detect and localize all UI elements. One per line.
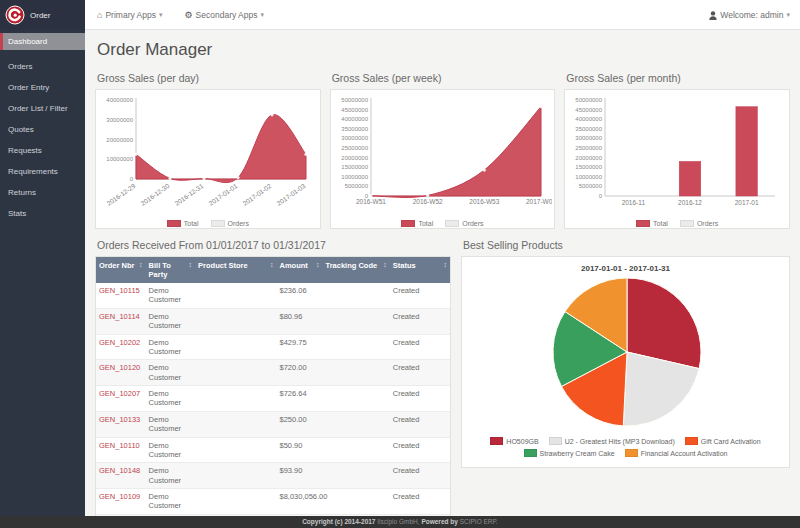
order-number-link[interactable]: GEN_10148 [99,466,140,475]
order-number-link[interactable]: GEN_10110 [99,441,140,450]
cell-product-store [195,386,276,412]
sort-icon[interactable]: ↕ [383,261,387,268]
svg-text:15000000: 15000000 [576,164,603,170]
table-row: GEN_10207Demo Customer$726.64Created [96,386,450,412]
cell-product-store [195,334,276,360]
svg-text:2017-01: 2017-01 [735,199,759,206]
sidebar-item-order-list-filter[interactable]: Order List / Filter [0,100,85,117]
sidebar-item-requests[interactable]: Requests [0,142,85,159]
table-row: GEN_10120Demo Customer$720.00Created [96,360,450,386]
app-logo-block[interactable]: Order [0,0,85,30]
legend-item-total: Total [401,220,433,227]
svg-text:2017-W01: 2017-W01 [526,198,553,205]
column-header-status[interactable]: ↕Status [390,257,450,283]
footer-company: Ilscipio GmbH, [377,518,419,525]
sidebar-item-stats[interactable]: Stats [0,205,85,222]
sort-icon[interactable]: ↕ [316,261,320,268]
cell-amount: $50.90 [277,437,323,463]
legend-swatch [167,220,181,227]
svg-text:5000000: 5000000 [344,183,368,189]
cell-status: Created [390,360,450,386]
sidebar-item-quotes[interactable]: Quotes [0,121,85,138]
order-number-link[interactable]: GEN_10120 [99,363,140,372]
svg-text:35000000: 35000000 [341,126,368,132]
order-number-link[interactable]: GEN_10109 [99,492,140,501]
sidebar-item-dashboard[interactable]: Dashboard [0,33,85,50]
cell-tracking-code [323,411,390,437]
cell-tracking-code [323,308,390,334]
pie-legend-item-1: U2 - Greatest Hits (MP3 Download) [549,437,675,445]
legend-item-total: Total [167,220,199,227]
column-header-tracking-code[interactable]: ↕Tracking Code [323,257,390,283]
orders-received-section: Orders Received From 01/01/2017 to 01/31… [95,239,451,516]
sort-icon[interactable]: ↕ [444,261,448,268]
cell-amount: $720.00 [277,360,323,386]
nav-primary-apps[interactable]: ⌂ Primary Apps ▾ [97,10,163,20]
cell-amount: $726.64 [277,386,323,412]
chevron-down-icon: ▾ [260,11,264,19]
svg-text:2016-12: 2016-12 [678,199,702,206]
pie-legend-item-3: Strawberry Cream Cake [524,449,615,457]
sort-icon[interactable]: ↕ [189,261,193,268]
legend-swatch [524,449,537,457]
cell-bill-to: Demo Customer [146,411,196,437]
chart-block-per-month: Gross Sales (per month) 0500000010000000… [564,72,790,229]
svg-text:10000000: 10000000 [576,174,603,180]
cell-tracking-code [323,283,390,308]
top-navbar: Order ⌂ Primary Apps ▾ ⚙ Secondary Apps … [0,0,800,30]
chart-card-per-week: 0500000010000000150000002000000025000000… [330,89,556,229]
svg-text:35000000: 35000000 [576,126,603,132]
cell-product-store [195,437,276,463]
chart-title-per-week: Gross Sales (per week) [332,72,556,84]
svg-text:30000000: 30000000 [106,117,133,123]
footer: Copyright (c) 2014-2017 Ilscipio GmbH, P… [0,516,800,528]
user-icon [709,11,717,20]
order-number-link[interactable]: GEN_10115 [99,286,140,295]
svg-text:30000000: 30000000 [341,135,368,141]
chart-card-per-day: 0100000002000000030000000400000002016-12… [95,89,321,229]
svg-text:2016-12-30: 2016-12-30 [139,182,171,207]
sort-icon[interactable]: ↕ [139,261,143,268]
cell-bill-to: Demo Customer [146,308,196,334]
svg-text:45000000: 45000000 [341,107,368,113]
svg-text:20000000: 20000000 [576,155,603,161]
chevron-down-icon: ▾ [786,11,790,19]
svg-text:10000000: 10000000 [341,174,368,180]
cell-amount: $250.00 [277,411,323,437]
order-number-link[interactable]: GEN_10114 [99,312,140,321]
svg-text:2016-12-31: 2016-12-31 [173,182,205,207]
user-menu[interactable]: Welcome: admin ▾ [709,0,790,30]
sidebar-item-returns[interactable]: Returns [0,184,85,201]
gross-sales-charts-row: Gross Sales (per day) 010000000200000003… [95,72,790,229]
legend-item-orders: Orders [680,220,718,227]
cell-tracking-code [323,386,390,412]
cell-product-store [195,360,276,386]
column-header-bill-to-party[interactable]: ↕Bill To Party [146,257,196,283]
table-row: GEN_10133Demo Customer$250.00Created [96,411,450,437]
svg-text:15000000: 15000000 [341,164,368,170]
legend-swatch [685,437,698,445]
legend-swatch [490,437,503,445]
order-number-link[interactable]: GEN_10133 [99,415,140,424]
table-row: GEN_10109Demo Customer$8,030,056.00Creat… [96,489,450,515]
svg-text:45000000: 45000000 [576,107,603,113]
sidebar-item-order-entry[interactable]: Order Entry [0,79,85,96]
footer-copyright: Copyright (c) 2014-2017 [302,518,375,525]
sidebar-item-orders[interactable]: Orders [0,58,85,75]
column-header-order-nbr[interactable]: ↕Order Nbr [96,257,146,283]
column-header-amount[interactable]: ↕Amount [277,257,323,283]
column-header-product-store[interactable]: ↕Product Store [195,257,276,283]
chart-title-per-month: Gross Sales (per month) [566,72,790,84]
order-number-link[interactable]: GEN_10207 [99,389,140,398]
sort-icon[interactable]: ↕ [270,261,274,268]
nav-secondary-apps[interactable]: ⚙ Secondary Apps ▾ [185,10,265,20]
order-number-link[interactable]: GEN_10202 [99,338,140,347]
orders-received-title: Orders Received From 01/01/2017 to 01/31… [97,239,451,251]
cell-product-store [195,308,276,334]
orders-table-card: ↕Order Nbr↕Bill To Party↕Product Store↕A… [95,256,451,516]
svg-text:2017-01-02: 2017-01-02 [241,182,273,207]
sidebar-item-requirements[interactable]: Requirements [0,163,85,180]
legend-swatch [625,449,638,457]
svg-text:2016-12-29: 2016-12-29 [105,182,137,207]
cell-product-store [195,463,276,489]
